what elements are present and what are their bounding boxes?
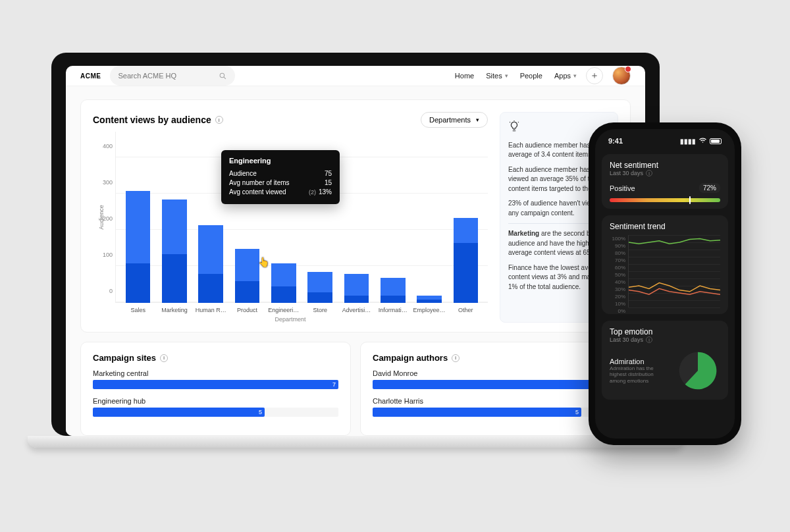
trend-ytick: 60% [615, 265, 625, 271]
topbar: ACME Search ACME HQ Home Sites▾ People A… [66, 66, 645, 86]
campaign-authors-title: Campaign authors i [373, 353, 618, 363]
top-emotion-title: Top emotion [610, 327, 720, 336]
top-emotion-sub: Last 30 daysi [610, 336, 720, 343]
app-window: ACME Search ACME HQ Home Sites▾ People A… [66, 66, 645, 436]
trend-ytick: 40% [615, 279, 625, 285]
bar-6[interactable]: Advertisi… [338, 158, 375, 303]
net-sentiment-title: Net sentiment [610, 161, 720, 170]
svg-point-0 [221, 73, 225, 78]
bar-8[interactable]: Employee… [411, 158, 447, 303]
trend-ytick: 20% [615, 294, 625, 300]
chevron-down-icon: ▾ [505, 72, 508, 79]
trend-ytick: 80% [615, 250, 625, 256]
list-item-label: David Monroe [373, 369, 618, 377]
list-item-label: Engineering hub [93, 397, 338, 405]
hbar-track [373, 380, 618, 389]
hbar-fill: 5 [93, 408, 265, 417]
svg-line-3 [510, 122, 510, 122]
y-axis: Audience 0100200300400 [93, 132, 115, 303]
primary-nav: Home Sites▾ People Apps▾ [455, 72, 577, 80]
gauge-marker [689, 196, 691, 204]
wifi-icon [698, 138, 707, 145]
list-item[interactable]: Engineering hub5 [93, 397, 338, 417]
status-time: 9:41 [608, 137, 623, 145]
list-item[interactable]: David Monroe [373, 369, 618, 389]
emotion-pie [675, 348, 720, 393]
nav-sites[interactable]: Sites▾ [486, 72, 508, 80]
trend-ytick: 100% [612, 236, 625, 242]
category-label: Informati… [375, 307, 411, 313]
category-label: Product [229, 307, 265, 313]
nav-apps[interactable]: Apps▾ [554, 72, 577, 80]
bar-7[interactable]: Informati… [375, 158, 411, 303]
category-label: Other [448, 307, 484, 313]
net-sentiment-sub: Last 30 daysi [610, 170, 720, 176]
list-item-label: Marketing central [93, 369, 338, 377]
phone-mock: 9:41 ▮▮▮▮ Net sentiment Last 30 daysi Po… [589, 122, 741, 445]
search-placeholder: Search ACME HQ [118, 72, 176, 80]
department-filter[interactable]: Departments ▾ [421, 112, 488, 128]
y-tick: 0 [109, 288, 113, 294]
lightbulb-icon [508, 120, 520, 132]
nav-home[interactable]: Home [455, 72, 474, 80]
trend-ytick: 10% [615, 301, 625, 307]
info-icon[interactable]: i [646, 170, 652, 176]
trend-ytick: 30% [615, 286, 625, 292]
campaign-sites-title: Campaign sites i [93, 353, 338, 363]
chart-plot: SalesMarketingHuman R…ProductEngineeri…S… [115, 132, 488, 303]
add-button[interactable]: ＋ [586, 67, 603, 84]
chart-tooltip: Engineering Audience75Avg number of item… [221, 150, 340, 204]
trend-ytick: 0% [618, 308, 625, 314]
info-icon[interactable]: i [215, 116, 223, 124]
emotion-name: Admiration [610, 358, 669, 365]
category-label: Advertisi… [338, 307, 375, 313]
content-views-card: Content views by audience i Departments … [80, 99, 631, 332]
sentiment-trend-title: Sentiment trend [610, 222, 720, 231]
info-icon[interactable]: i [452, 354, 460, 362]
avatar[interactable] [612, 66, 631, 85]
nav-people[interactable]: People [520, 72, 542, 80]
bar-chart[interactable]: Audience 0100200300400 SalesMarketingHum… [93, 132, 488, 303]
y-tick: 100 [103, 252, 113, 258]
hbar-fill [373, 380, 618, 389]
signal-icon: ▮▮▮▮ [680, 138, 696, 145]
status-bar: 9:41 ▮▮▮▮ [602, 136, 728, 147]
top-emotion-card[interactable]: Top emotion Last 30 daysi Admiration Adm… [602, 321, 728, 400]
chart-title: Content views by audience i [93, 115, 223, 125]
hbar-fill: 7 [93, 380, 338, 389]
category-label: Store [302, 307, 338, 313]
category-label: Human R… [193, 307, 229, 313]
bar-1[interactable]: Marketing [156, 158, 192, 303]
info-icon[interactable]: i [160, 354, 168, 362]
info-icon[interactable]: i [646, 336, 652, 343]
svg-point-5 [702, 142, 704, 143]
hbar-track: 7 [93, 380, 338, 389]
bar-9[interactable]: Other [448, 158, 484, 303]
emotion-desc: Admiration has the highest distribution … [610, 365, 669, 385]
list-item[interactable]: Marketing central7 [93, 369, 338, 389]
chevron-down-icon: ▾ [573, 72, 577, 79]
sentiment-value: 72% [699, 183, 720, 193]
sentiment-trend-chart: 100%90%80%70%60%50%40%30%20%10%0% [610, 235, 720, 307]
tooltip-row: Audience75 [229, 170, 332, 177]
chevron-down-icon: ▾ [476, 117, 479, 123]
page-body: Content views by audience i Departments … [66, 86, 645, 436]
sentiment-gauge [610, 198, 720, 202]
sentiment-label: Positive [610, 184, 635, 192]
search-input[interactable]: Search ACME HQ [110, 66, 235, 86]
sentiment-trend-card[interactable]: Sentiment trend 100%90%80%70%60%50%40%30… [602, 215, 728, 314]
lower-cards: Campaign sites i Marketing central7Engin… [80, 342, 631, 436]
trend-line-positive [629, 239, 720, 244]
net-sentiment-card[interactable]: Net sentiment Last 30 daysi Positive 72% [602, 154, 728, 209]
y-tick: 400 [103, 143, 113, 149]
list-item[interactable]: Charlotte Harris5 [373, 397, 618, 417]
svg-line-1 [224, 77, 226, 79]
brand-label: ACME [80, 72, 101, 80]
category-label: Sales [120, 307, 156, 313]
bar-0[interactable]: Sales [120, 158, 156, 303]
campaign-sites-card: Campaign sites i Marketing central7Engin… [80, 342, 351, 436]
tooltip-row: Avg number of items15 [229, 179, 332, 186]
tooltip-title: Engineering [229, 157, 332, 165]
svg-line-4 [518, 122, 519, 122]
trend-line-negative [629, 288, 720, 294]
